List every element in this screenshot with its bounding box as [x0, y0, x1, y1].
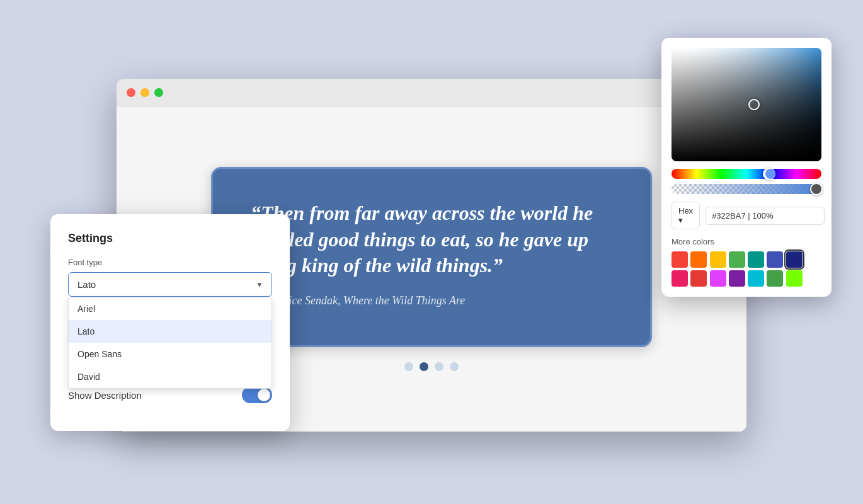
slide-author: — Maurice Sendak, Where the Wild Things … [251, 294, 612, 307]
swatch-dark-red[interactable] [690, 270, 707, 287]
font-type-select[interactable]: Lato [68, 272, 272, 297]
dot-3[interactable] [435, 362, 443, 371]
swatch-indigo[interactable] [767, 251, 783, 268]
font-option-opensans[interactable]: Open Sans [69, 343, 271, 365]
font-dropdown-list: Ariel Lato Open Sans David [68, 297, 272, 389]
swatch-orange[interactable] [690, 251, 707, 268]
hue-slider[interactable] [672, 169, 821, 179]
settings-title: Settings [68, 232, 272, 245]
color-format-arrow: ▾ [678, 215, 683, 225]
color-format-select[interactable]: Hex ▾ [672, 202, 700, 229]
browser-titlebar [117, 79, 746, 106]
font-option-lato[interactable]: Lato [69, 320, 271, 343]
gradient-black-overlay [672, 48, 821, 161]
swatch-placeholder [805, 251, 821, 268]
font-option-david[interactable]: David [69, 365, 271, 388]
traffic-red-btn[interactable] [127, 88, 135, 97]
dot-2[interactable] [420, 362, 428, 371]
hue-slider-thumb[interactable] [763, 168, 775, 180]
color-picker-panel: Hex ▾ More colors [661, 38, 832, 297]
font-type-label: Font type [68, 258, 272, 267]
show-description-label: Show Description [68, 390, 142, 401]
swatch-red[interactable] [672, 251, 688, 268]
color-gradient-cursor[interactable] [748, 99, 760, 110]
swatch-yellow[interactable] [710, 251, 726, 268]
more-colors-label: More colors [672, 237, 821, 246]
hex-value-input[interactable] [705, 207, 825, 225]
settings-panel: Settings Font type Lato ▼ Ariel Lato Ope… [50, 214, 290, 431]
show-description-row: Show Description [68, 387, 272, 403]
swatch-lime[interactable] [786, 270, 803, 287]
hue-inner-circle [765, 169, 775, 179]
swatch-pink[interactable] [672, 270, 688, 287]
swatch-green[interactable] [729, 251, 745, 268]
show-description-toggle[interactable] [242, 387, 272, 403]
color-swatches-grid [672, 251, 821, 287]
swatch-dark-green[interactable] [767, 270, 783, 287]
swatch-purple-light[interactable] [710, 270, 726, 287]
alpha-slider[interactable] [672, 184, 821, 194]
dot-1[interactable] [404, 362, 413, 371]
traffic-green-btn[interactable] [154, 88, 163, 97]
swatch-purple[interactable] [729, 270, 745, 287]
traffic-yellow-btn[interactable] [140, 88, 149, 97]
swatch-cyan[interactable] [748, 270, 764, 287]
swatch-dark-blue[interactable] [786, 251, 803, 268]
color-format-label: Hex [678, 206, 693, 215]
swatch-placeholder2 [805, 270, 821, 287]
font-select-wrapper: Lato ▼ Ariel Lato Open Sans David [68, 272, 272, 297]
font-option-ariel[interactable]: Ariel [69, 297, 271, 320]
show-description-knob [258, 389, 270, 401]
color-gradient-area[interactable] [672, 48, 821, 161]
swatch-teal[interactable] [748, 251, 764, 268]
hex-row: Hex ▾ [672, 202, 821, 229]
dot-4[interactable] [450, 362, 459, 371]
slide-quote: “Then from far away across the world he … [251, 200, 612, 279]
alpha-slider-thumb[interactable] [810, 183, 823, 195]
